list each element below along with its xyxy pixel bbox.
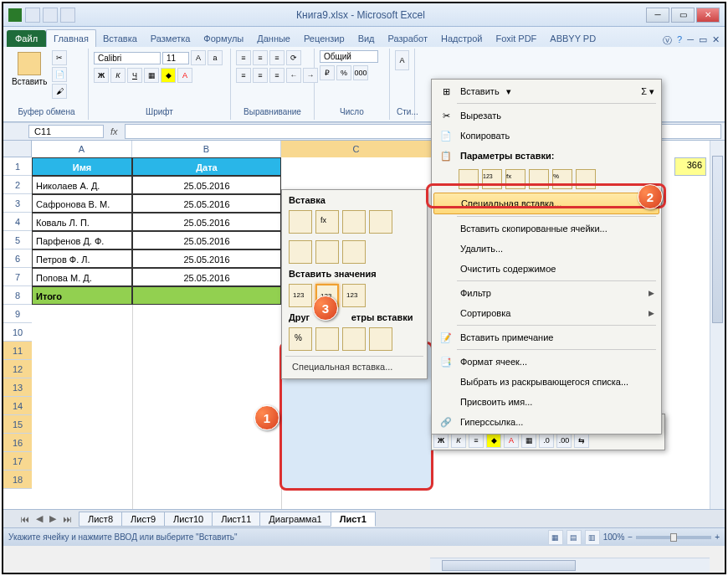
paste-transpose-icon[interactable] <box>342 240 366 264</box>
font-name-select[interactable]: Calibri <box>94 52 161 64</box>
minimize-button[interactable]: ─ <box>646 8 669 23</box>
cell-name[interactable]: Коваль Л. П. <box>32 213 132 231</box>
tab-insert[interactable]: Вставка <box>96 30 144 47</box>
row-header[interactable]: 2 <box>3 176 32 194</box>
cut-icon[interactable]: ✂ <box>52 50 67 65</box>
row-header[interactable]: 10 <box>3 323 32 342</box>
menu-cut[interactable]: ✂ Вырезать <box>433 105 659 126</box>
row-header[interactable]: 17 <box>3 452 32 471</box>
underline-button[interactable]: Ч <box>127 68 142 83</box>
ctx-paste-formatting-icon[interactable]: % <box>552 169 572 189</box>
italic-button[interactable]: К <box>110 68 126 83</box>
bold-button[interactable]: Ж <box>94 68 109 83</box>
row-header[interactable]: 6 <box>3 249 32 268</box>
row-header[interactable]: 14 <box>3 397 32 415</box>
mini-italic-button[interactable]: К <box>451 433 466 448</box>
menu-filter[interactable]: Фильтр ▶ <box>433 283 659 303</box>
horizontal-scrollbar[interactable] <box>430 558 710 573</box>
paste-col-widths-icon[interactable] <box>315 240 339 264</box>
menu-comment[interactable]: 📝 Вставить примечание <box>433 327 659 347</box>
orientation-icon[interactable]: ⟳ <box>286 50 301 65</box>
cell-name[interactable]: Сафронова В. М. <box>32 194 132 213</box>
align-center-icon[interactable]: ≡ <box>253 68 268 83</box>
mini-bold-button[interactable]: Ж <box>433 433 449 448</box>
row-header[interactable]: 3 <box>3 194 32 213</box>
tab-layout[interactable]: Разметка <box>144 30 197 47</box>
tab-developer[interactable]: Разработ <box>382 30 434 47</box>
paste-picture-icon[interactable] <box>342 327 366 351</box>
align-mid-icon[interactable]: ≡ <box>253 50 268 65</box>
ctx-paste-values-icon[interactable]: 123 <box>482 169 502 189</box>
paste-formulas-format-icon[interactable] <box>342 210 366 234</box>
cell-name[interactable]: Попова М. Д. <box>32 268 132 286</box>
paste-no-borders-icon[interactable] <box>289 240 312 264</box>
cell-name[interactable]: Петров Ф. Л. <box>32 249 132 268</box>
mini-fill-icon[interactable]: ◆ <box>486 433 501 448</box>
align-left-icon[interactable]: ≡ <box>236 68 251 83</box>
qat-save-icon[interactable] <box>25 8 40 23</box>
tab-data[interactable]: Данные <box>250 30 297 47</box>
fx-icon[interactable]: fx <box>104 126 125 136</box>
font-size-select[interactable]: 11 <box>162 52 189 64</box>
align-top-icon[interactable]: ≡ <box>236 50 251 65</box>
table-header-date[interactable]: Дата <box>132 157 281 176</box>
percent-icon[interactable]: % <box>336 65 351 80</box>
number-format-select[interactable]: Общий <box>320 50 378 63</box>
maximize-button[interactable]: ▭ <box>671 8 695 23</box>
qat-undo-icon[interactable] <box>43 8 58 23</box>
close-button[interactable]: ✕ <box>696 8 720 23</box>
tab-formulas[interactable]: Формулы <box>197 30 250 47</box>
menu-dropdown-list[interactable]: Выбрать из раскрывающегося списка... <box>433 372 659 392</box>
sheet-tab[interactable]: Лист11 <box>212 512 260 527</box>
sheet-tab[interactable]: Лист9 <box>121 512 165 527</box>
row-header[interactable]: 9 <box>3 305 32 323</box>
cell-total[interactable]: Итого <box>32 286 132 305</box>
paste-special-menu-item[interactable]: Специальная вставка... <box>285 358 423 375</box>
format-painter-icon[interactable]: 🖌 <box>52 84 67 99</box>
col-header-a[interactable]: A <box>32 141 132 157</box>
doc-min-icon[interactable]: ─ <box>687 34 694 47</box>
mini-align-icon[interactable]: ≡ <box>469 433 484 448</box>
doc-close-icon[interactable]: ✕ <box>712 34 720 47</box>
row-header[interactable]: 7 <box>3 268 32 286</box>
paste-formulas-icon[interactable]: fx <box>315 210 339 234</box>
zoom-level[interactable]: 100% <box>603 532 625 542</box>
row-header[interactable]: 18 <box>3 471 32 489</box>
paste-all-icon[interactable] <box>289 210 312 234</box>
copy-icon[interactable]: 📄 <box>52 67 67 82</box>
currency-icon[interactable]: ₽ <box>320 65 335 80</box>
borders-icon[interactable]: ▦ <box>144 68 159 83</box>
mini-inc-decimal-icon[interactable]: .00 <box>556 433 572 448</box>
zoom-slider[interactable] <box>636 536 711 539</box>
mini-merge-icon[interactable]: ⇆ <box>574 433 589 448</box>
qat-redo-icon[interactable] <box>60 8 75 23</box>
zoom-in-icon[interactable]: + <box>715 532 720 542</box>
mini-dec-decimal-icon[interactable]: .0 <box>539 433 554 448</box>
col-header-c[interactable]: C <box>281 141 432 157</box>
name-box[interactable]: C11 <box>28 125 104 138</box>
row-header[interactable]: 4 <box>3 213 32 231</box>
row-header[interactable]: 13 <box>3 378 32 397</box>
indent-icon[interactable]: ← <box>286 68 301 83</box>
paste-values-source-format-icon[interactable]: 123 <box>342 284 366 307</box>
menu-hyperlink[interactable]: 🔗 Гиперссылка... <box>433 412 659 432</box>
align-bot-icon[interactable]: ≡ <box>269 50 285 65</box>
menu-format-cells[interactable]: 📑 Формат ячеек... <box>433 352 659 372</box>
menu-insert[interactable]: ⊞ Вставить ▾ Σ ▾ <box>433 81 659 101</box>
sheet-tab-active[interactable]: Лист1 <box>331 512 376 527</box>
paste-button[interactable]: Вставить <box>10 50 49 88</box>
vertical-scrollbar[interactable] <box>710 141 725 509</box>
ctx-paste-link-icon[interactable] <box>576 169 596 189</box>
menu-insert-copied[interactable]: Вставить скопированные ячейки... <box>433 219 659 239</box>
sheet-nav-next-icon[interactable]: ▶ <box>49 513 56 524</box>
ctx-paste-formulas-icon[interactable]: fx <box>505 169 525 189</box>
col-header-b[interactable]: B <box>132 141 281 157</box>
file-tab[interactable]: Файл <box>7 30 46 47</box>
row-header[interactable]: 11 <box>3 342 32 360</box>
menu-sort[interactable]: Сортировка ▶ <box>433 303 659 323</box>
tab-abbyy[interactable]: ABBYY PD <box>543 30 602 47</box>
view-layout-icon[interactable]: ▤ <box>567 530 582 545</box>
partial-cell[interactable]: 366 <box>674 157 706 176</box>
tab-home[interactable]: Главная <box>46 29 96 47</box>
mini-font-color-icon[interactable]: A <box>504 433 519 448</box>
